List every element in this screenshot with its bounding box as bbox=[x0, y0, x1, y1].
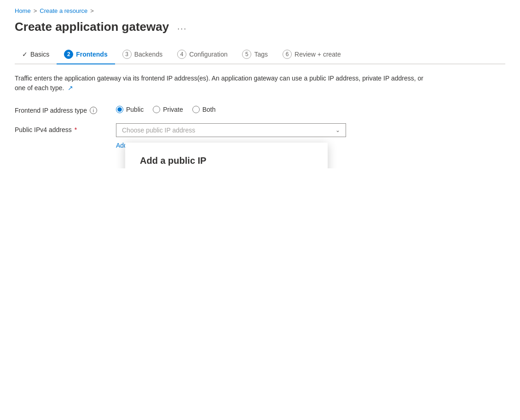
tab-configuration-label: Configuration bbox=[189, 51, 227, 58]
tab-review-create[interactable]: 6 Review + create bbox=[275, 45, 348, 64]
breadcrumb-sep2: > bbox=[90, 7, 94, 14]
page-title: Create application gateway bbox=[15, 20, 169, 34]
radio-both[interactable]: Both bbox=[192, 106, 216, 113]
ip-type-info-icon[interactable]: i bbox=[90, 107, 97, 114]
ip-type-row: Frontend IP address type i Public Privat… bbox=[15, 104, 505, 114]
radio-both-input[interactable] bbox=[192, 106, 200, 113]
tab-review-label: Review + create bbox=[295, 51, 341, 58]
public-ipv4-input-group: Choose public IP address ⌄ Add new Add a… bbox=[116, 123, 346, 152]
tab-backends[interactable]: 3 Backends bbox=[115, 45, 170, 64]
check-icon: ✓ bbox=[22, 51, 28, 58]
tab-tags-number: 5 bbox=[242, 50, 251, 59]
dialog-title: Add a public IP bbox=[140, 155, 313, 166]
tab-backends-label: Backends bbox=[134, 51, 162, 58]
ellipsis-button[interactable]: ... bbox=[173, 20, 191, 34]
breadcrumb-create-resource[interactable]: Create a resource bbox=[40, 7, 87, 14]
radio-public-input[interactable] bbox=[116, 106, 123, 113]
tab-frontends[interactable]: 2 Frontends bbox=[57, 45, 115, 64]
tab-basics[interactable]: ✓ Basics bbox=[15, 46, 57, 63]
description-link[interactable]: ↗ bbox=[68, 84, 73, 92]
radio-private-label: Private bbox=[163, 106, 183, 113]
page-title-row: Create application gateway ... bbox=[15, 20, 505, 34]
public-ipv4-row: Public IPv4 address * Choose public IP a… bbox=[15, 123, 505, 152]
public-ip-dropdown[interactable]: Choose public IP address ⌄ bbox=[116, 123, 346, 137]
description-text: Traffic enters the application gateway v… bbox=[15, 74, 429, 93]
tab-backends-number: 3 bbox=[122, 50, 132, 59]
tab-configuration[interactable]: 4 Configuration bbox=[170, 45, 235, 64]
description-main: Traffic enters the application gateway v… bbox=[15, 75, 423, 92]
radio-both-label: Both bbox=[202, 106, 216, 113]
tab-configuration-number: 4 bbox=[177, 50, 186, 59]
tab-frontends-label: Frontends bbox=[76, 51, 107, 58]
tab-basics-label: Basics bbox=[30, 51, 49, 58]
public-ipv4-label: Public IPv4 address * bbox=[15, 123, 107, 133]
public-ipv4-required: * bbox=[75, 126, 77, 133]
ip-type-label: Frontend IP address type i bbox=[15, 104, 107, 114]
ip-type-radio-group: Public Private Both bbox=[116, 104, 216, 113]
radio-public-label: Public bbox=[126, 106, 144, 113]
tab-frontends-number: 2 bbox=[64, 50, 73, 59]
tabs-container: ✓ Basics 2 Frontends 3 Backends 4 Config… bbox=[15, 45, 505, 64]
radio-public[interactable]: Public bbox=[116, 106, 144, 113]
ip-type-label-text: Frontend IP address type bbox=[15, 107, 87, 114]
breadcrumb: Home > Create a resource > bbox=[15, 7, 505, 14]
chevron-down-icon: ⌄ bbox=[335, 127, 340, 133]
add-public-ip-dialog: Add a public IP Name * ✓ bbox=[125, 143, 328, 168]
tab-tags[interactable]: 5 Tags bbox=[235, 45, 275, 64]
tab-tags-label: Tags bbox=[254, 51, 268, 58]
public-ipv4-label-text: Public IPv4 address bbox=[15, 126, 72, 133]
breadcrumb-home[interactable]: Home bbox=[15, 7, 31, 14]
radio-private[interactable]: Private bbox=[153, 106, 183, 113]
breadcrumb-sep1: > bbox=[34, 7, 37, 14]
radio-private-input[interactable] bbox=[153, 106, 160, 113]
tab-review-number: 6 bbox=[283, 50, 292, 59]
dropdown-placeholder: Choose public IP address bbox=[122, 127, 195, 134]
